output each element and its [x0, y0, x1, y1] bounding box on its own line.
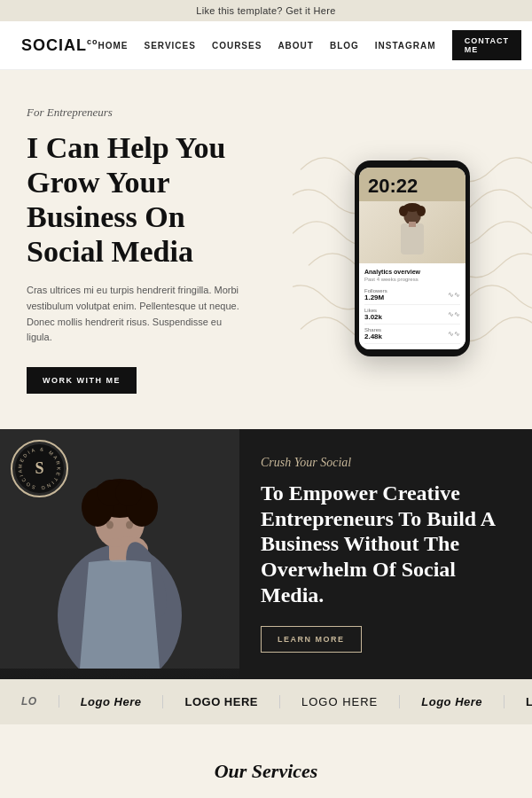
- hero-cta-button[interactable]: WORK WITH ME: [27, 367, 137, 394]
- phone-screen: 20:22 Analyti: [359, 168, 466, 349]
- analytics-val-1: 1.29M: [364, 293, 387, 301]
- main-nav: HOME SERVICES COURSES ABOUT BLOG INSTAGR…: [98, 30, 521, 60]
- contact-button[interactable]: CONTACT ME: [452, 30, 521, 60]
- circle-badge-inner: MEDIA & MARKETING SOCIAL S: [15, 444, 64, 493]
- hero-section: For Entrepreneurs I Can Help You Grow Yo…: [0, 70, 532, 429]
- circle-badge: MEDIA & MARKETING SOCIAL S: [11, 440, 68, 497]
- analytics-title: Analytics overview: [364, 269, 460, 275]
- phone-analytics: Analytics overview Past 4 weeks progress…: [359, 263, 466, 349]
- analytics-subtitle: Past 4 weeks progress: [364, 277, 460, 282]
- logo-strip-item-3: LOGO HERE: [280, 695, 400, 708]
- analytics-val-3: 2.48k: [364, 332, 382, 340]
- nav-courses[interactable]: COURSES: [212, 41, 262, 51]
- logo-strip-item-4: Logo Here: [400, 695, 505, 708]
- phone-person-image: [359, 201, 466, 263]
- spark-2: ∿∿: [448, 310, 460, 318]
- top-banner: Like this template? Get it Here: [0, 0, 532, 21]
- nav-instagram[interactable]: INSTAGRAM: [375, 41, 436, 51]
- dark-section: MEDIA & MARKETING SOCIAL S: [0, 429, 532, 679]
- analytics-row-1: Followers 1.29M ∿∿: [364, 286, 460, 305]
- person-silhouette: [390, 202, 434, 262]
- logo-strip-item-0: LO: [0, 695, 59, 708]
- logo-strip-inner: LO Logo Here LOGO HERE LOGO HERE Logo He…: [0, 695, 532, 708]
- dark-right: Crush Your Social To Empower Creative En…: [239, 429, 532, 679]
- analytics-row-3: Shares 2.48k ∿∿: [364, 325, 460, 344]
- svg-point-20: [106, 520, 113, 528]
- nav-services[interactable]: SERVICES: [145, 41, 196, 51]
- svg-rect-4: [401, 223, 424, 254]
- svg-point-15: [115, 480, 142, 506]
- hero-right: 20:22 Analyti: [293, 70, 532, 429]
- phone-time: 20:22: [359, 168, 466, 201]
- badge-letter: S: [35, 459, 43, 478]
- analytics-label-3: Shares: [364, 327, 382, 332]
- banner-text: Like this template? Get it Here: [196, 5, 335, 16]
- logo-strip-item-1: Logo Here: [59, 695, 164, 708]
- logo-strip: LO Logo Here LOGO HERE LOGO HERE Logo He…: [0, 679, 532, 724]
- svg-rect-5: [409, 222, 416, 227]
- hero-left: For Entrepreneurs I Can Help You Grow Yo…: [0, 70, 293, 429]
- site-header: SOCIALco HOME SERVICES COURSES ABOUT BLO…: [0, 21, 532, 70]
- nav-blog[interactable]: BLOG: [330, 41, 359, 51]
- dark-title: To Empower Creative Entrepreneurs To Bui…: [261, 481, 511, 608]
- nav-home[interactable]: HOME: [98, 41, 129, 51]
- svg-point-3: [403, 203, 421, 212]
- analytics-val-2: 3.02k: [364, 313, 382, 321]
- services-title: Our Services: [27, 760, 505, 783]
- spark-1: ∿∿: [448, 291, 460, 299]
- site-logo[interactable]: SOCIALco: [21, 36, 98, 55]
- hero-title: I Can Help You Grow Your Business On Soc…: [27, 130, 266, 269]
- hero-text: Cras ultrices mi eu turpis hendrerit fri…: [27, 283, 239, 345]
- nav-about[interactable]: ABOUT: [278, 41, 314, 51]
- svg-point-21: [126, 520, 133, 528]
- analytics-label-1: Followers: [364, 288, 387, 293]
- analytics-row-2: Likes 3.02k ∿∿: [364, 305, 460, 325]
- phone-mockup: 20:22 Analyti: [355, 160, 470, 356]
- svg-point-17: [108, 538, 122, 547]
- hero-subtitle: For Entrepreneurs: [27, 106, 266, 120]
- logo-strip-item-5: LOGO HERE: [505, 695, 532, 708]
- logo-strip-item-2: LOGO HERE: [163, 695, 280, 708]
- services-section: Our Services Social Media Management In …: [0, 724, 532, 798]
- dark-left: MEDIA & MARKETING SOCIAL S: [0, 429, 239, 679]
- dark-subtitle: Crush Your Social: [261, 456, 511, 470]
- spark-3: ∿∿: [448, 330, 460, 338]
- dark-cta-button[interactable]: LEARN MORE: [261, 626, 362, 653]
